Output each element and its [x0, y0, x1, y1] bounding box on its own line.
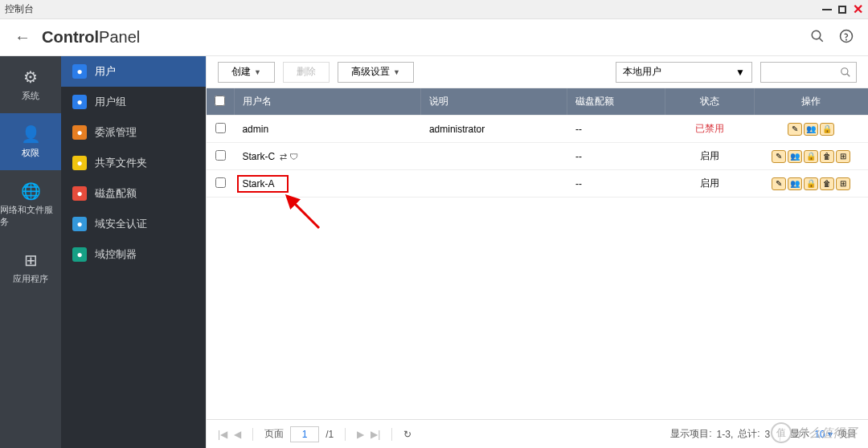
row-action[interactable]: 🗑: [820, 150, 834, 163]
row-action[interactable]: 👥: [788, 150, 802, 163]
row-action[interactable]: ⊞: [836, 177, 850, 190]
row-action[interactable]: 🔒: [804, 177, 818, 190]
back-button[interactable]: ←: [14, 28, 31, 47]
row-checkbox[interactable]: [215, 123, 226, 133]
watermark: 值 什么值得买: [771, 422, 857, 443]
select-all-checkbox[interactable]: [215, 96, 225, 106]
col-ops: 操作: [754, 88, 868, 116]
total-pages: /1: [326, 429, 334, 440]
sidebar-l1-icon: 🌐: [21, 181, 41, 201]
row-checkbox[interactable]: [215, 177, 226, 188]
svg-point-3: [846, 39, 847, 40]
sidebar-l2-item-4[interactable]: ●磁盘配额: [61, 178, 206, 209]
sidebar-l2-icon: ●: [72, 156, 87, 170]
row-checkbox[interactable]: [215, 150, 226, 161]
app-title: ControlPanel: [42, 28, 140, 47]
description-cell: [421, 143, 567, 170]
sidebar-l2-icon: ●: [72, 247, 87, 262]
refresh-button[interactable]: ↻: [403, 429, 411, 440]
sidebar-l2-icon: ●: [72, 95, 87, 109]
sidebar-l1-label: 网络和文件服务: [0, 204, 61, 228]
prev-page[interactable]: ◀: [234, 429, 241, 440]
sidebar-l2-label: 用户: [95, 64, 116, 79]
col-status[interactable]: 状态: [665, 88, 754, 116]
sidebar-l2-label: 用户组: [95, 95, 126, 109]
sidebar-l2-label: 域安全认证: [95, 217, 147, 231]
description-cell: administrator: [421, 116, 567, 143]
delete-button: 删除: [283, 62, 330, 83]
sidebar-l2-label: 委派管理: [95, 125, 137, 140]
row-action[interactable]: 🔒: [820, 123, 834, 136]
minimize-button[interactable]: [822, 9, 832, 10]
username-cell: Stark-C: [242, 151, 275, 162]
row-action[interactable]: ✎: [788, 123, 802, 136]
sidebar-l1-icon: ⊞: [24, 250, 38, 270]
user-scope-select[interactable]: 本地用户▼: [616, 62, 752, 83]
sidebar-l1-label: 权限: [22, 147, 39, 159]
username-cell: Stark-A: [242, 178, 274, 189]
close-button[interactable]: ✕: [853, 3, 863, 16]
table-row[interactable]: Stark-A -- 启用 ✎👥🔒🗑⊞: [207, 170, 868, 198]
table-row[interactable]: admin administrator -- 已禁用 ✎👥🔒: [207, 116, 868, 143]
description-cell: [421, 170, 567, 198]
sidebar-l2-item-2[interactable]: ●委派管理: [61, 117, 206, 148]
row-action[interactable]: 🔒: [804, 150, 818, 163]
search-input[interactable]: [760, 62, 857, 83]
chevron-down-icon: ▼: [735, 67, 745, 78]
chevron-down-icon: ▼: [254, 68, 261, 76]
row-action[interactable]: ⊞: [836, 150, 850, 163]
sidebar-l1-icon: ⚙: [23, 67, 38, 87]
page-label: 页面: [264, 427, 284, 441]
quota-cell: --: [567, 116, 665, 143]
sidebar-l2-icon: ●: [72, 217, 87, 231]
svg-line-5: [847, 73, 850, 76]
username-cell: admin: [242, 124, 268, 135]
sidebar-l2-label: 域控制器: [95, 247, 137, 262]
sidebar-l1-icon: 👤: [21, 124, 41, 144]
sidebar-l1-item-3[interactable]: ⊞应用程序: [0, 239, 61, 296]
sidebar-l1-item-2[interactable]: 🌐网络和文件服务: [0, 170, 61, 239]
advanced-button[interactable]: 高级设置▼: [338, 62, 414, 83]
col-quota[interactable]: 磁盘配额: [567, 88, 665, 116]
last-page[interactable]: ▶|: [371, 429, 380, 440]
first-page[interactable]: |◀: [218, 429, 227, 440]
svg-point-4: [841, 67, 848, 74]
sidebar-l1-item-1[interactable]: 👤权限: [0, 113, 61, 170]
sidebar-l2-item-5[interactable]: ●域安全认证: [61, 209, 206, 239]
row-action[interactable]: 👥: [788, 177, 802, 190]
table-row[interactable]: Stark-C⇄ 🛡 -- 启用 ✎👥🔒🗑⊞: [207, 143, 868, 170]
sidebar-l2-item-0[interactable]: ●用户: [61, 56, 206, 87]
status-cell: 启用: [665, 143, 754, 170]
svg-point-0: [812, 31, 821, 39]
create-button[interactable]: 创建▼: [218, 62, 275, 83]
sidebar-l2-icon: ●: [72, 125, 87, 140]
sidebar-l1-label: 应用程序: [13, 273, 48, 285]
sidebar-l2-item-6[interactable]: ●域控制器: [61, 239, 206, 270]
user-badges: ⇄ 🛡: [280, 152, 298, 162]
maximize-button[interactable]: [838, 6, 846, 14]
quota-cell: --: [567, 143, 665, 170]
sidebar-l2-label: 共享文件夹: [95, 156, 147, 170]
help-icon[interactable]: [839, 29, 854, 47]
sidebar-l2-icon: ●: [72, 64, 87, 79]
row-action[interactable]: 👥: [804, 123, 818, 136]
search-icon: [840, 67, 851, 78]
quota-cell: --: [567, 170, 665, 198]
col-description[interactable]: 说明: [421, 88, 567, 116]
sidebar-l1-label: 系统: [22, 90, 39, 102]
window-title: 控制台: [5, 2, 34, 16]
row-action[interactable]: 🗑: [820, 177, 834, 190]
status-cell: 启用: [665, 170, 754, 198]
search-icon[interactable]: [810, 29, 825, 47]
sidebar-l1-item-0[interactable]: ⚙系统: [0, 56, 61, 113]
col-username[interactable]: 用户名: [234, 88, 421, 116]
status-cell: 已禁用: [665, 116, 754, 143]
row-action[interactable]: ✎: [772, 177, 786, 190]
next-page[interactable]: ▶: [357, 429, 364, 440]
sidebar-l2-item-3[interactable]: ●共享文件夹: [61, 148, 206, 178]
sidebar-l2-icon: ●: [72, 186, 87, 201]
page-input[interactable]: [290, 426, 319, 442]
sidebar-l2-item-1[interactable]: ●用户组: [61, 87, 206, 117]
row-action[interactable]: ✎: [772, 150, 786, 163]
chevron-down-icon: ▼: [393, 68, 400, 76]
